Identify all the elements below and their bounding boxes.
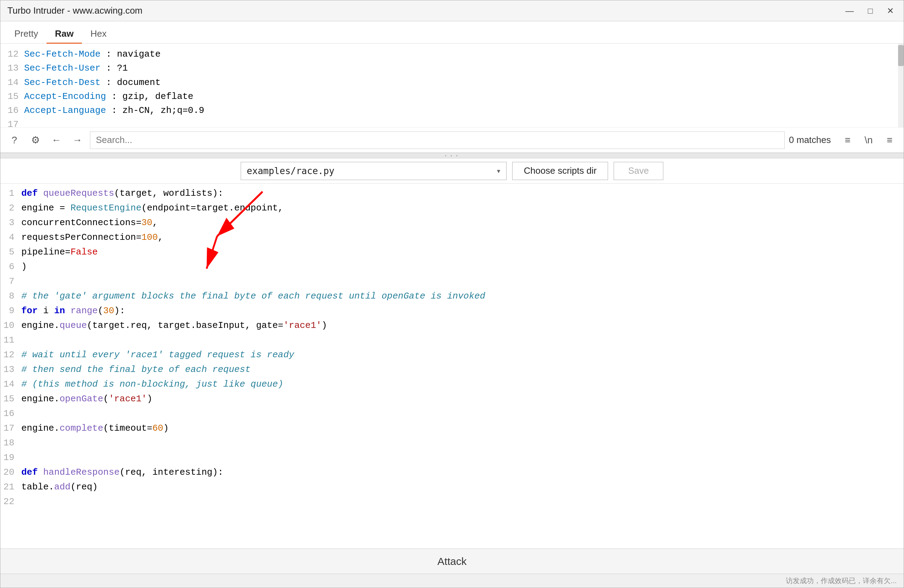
back-icon: ← (51, 135, 61, 146)
tab-hex[interactable]: Hex (82, 25, 115, 44)
code-line-21: 21 table.add(req) (0, 480, 904, 495)
matches-count: 0 matches (789, 135, 834, 145)
settings-button[interactable]: ⚙ (27, 132, 44, 148)
code-line-12: 12 # wait until every 'race1' tagged req… (0, 348, 904, 363)
script-dropdown-wrapper: examples/race.py (241, 162, 507, 180)
code-line-19: 19 (0, 451, 904, 465)
back-button[interactable]: ← (48, 132, 65, 148)
request-line-12: 12 Sec-Fetch-Mode : navigate (7, 47, 897, 61)
request-line-13: 13 Sec-Fetch-User : ?1 (7, 61, 897, 75)
code-line-20: 20 def handleResponse(req, interesting): (0, 465, 904, 480)
titlebar: Turbo Intruder - www.acwing.com — □ ✕ (0, 0, 904, 21)
code-line-13: 13 # then send the final byte of each re… (0, 363, 904, 377)
help-icon: ? (11, 135, 17, 146)
attack-bar: Attack (0, 549, 904, 574)
window-title: Turbo Intruder - www.acwing.com (7, 5, 142, 16)
search-bar: ? ⚙ ← → 0 matches ≡ \n ≡ (0, 128, 904, 153)
forward-button[interactable]: → (69, 132, 86, 148)
code-line-6: 6 ) (0, 260, 904, 274)
code-line-17: 17 engine.complete(timeout=60) (0, 421, 904, 436)
code-line-9: 9 for i in range(30): (0, 304, 904, 318)
request-line-15: 15 Accept-Encoding : gzip, deflate (7, 90, 897, 104)
code-line-16: 16 (0, 407, 904, 421)
lines-icon: ≡ (845, 135, 850, 146)
code-line-14: 14 # (this method is non-blocking, just … (0, 377, 904, 392)
choose-scripts-button[interactable]: Choose scripts dir (512, 162, 608, 180)
request-line-14: 14 Sec-Fetch-Dest : document (7, 76, 897, 90)
menu-button[interactable]: ≡ (881, 132, 898, 148)
titlebar-controls: — □ ✕ (843, 5, 897, 17)
request-line-17: 17 (7, 117, 897, 128)
code-line-3: 3 concurrentConnections=30, (0, 216, 904, 230)
status-bar: 访发成功，作成效码已，详余有欠... (0, 574, 904, 588)
minimize-button[interactable]: — (843, 5, 857, 17)
code-line-1: 1 def queueRequests(target, wordlists): (0, 186, 904, 201)
code-line-22: 22 (0, 495, 904, 509)
code-editor[interactable]: 1 def queueRequests(target, wordlists): … (0, 183, 904, 549)
request-scrollbar[interactable] (898, 44, 904, 127)
code-line-11: 11 (0, 333, 904, 348)
settings-icon: ⚙ (31, 134, 40, 146)
script-dropdown[interactable]: examples/race.py (241, 162, 507, 180)
menu-icon: ≡ (887, 135, 893, 146)
newline-icon: \n (864, 135, 872, 146)
status-text: 访发成功，作成效码已，详余有欠... (786, 576, 897, 586)
code-line-18: 18 (0, 436, 904, 451)
lines-icon-button[interactable]: ≡ (839, 132, 856, 148)
forward-icon: → (73, 135, 82, 146)
code-line-5: 5 pipeline=False (0, 245, 904, 260)
maximize-button[interactable]: □ (865, 5, 876, 17)
request-headers-area: 12 Sec-Fetch-Mode : navigate 13 Sec-Fetc… (0, 44, 904, 128)
save-button[interactable]: Save (614, 162, 663, 180)
search-input[interactable] (90, 131, 785, 149)
script-selector-bar: examples/race.py Choose scripts dir Save (0, 158, 904, 183)
code-line-2: 2 engine = RequestEngine(endpoint=target… (0, 201, 904, 216)
close-button[interactable]: ✕ (884, 5, 897, 17)
tabs-bar: Pretty Raw Hex (0, 21, 904, 44)
request-line-16: 16 Accept-Language : zh-CN, zh;q=0.9 (7, 104, 897, 117)
main-window: Turbo Intruder - www.acwing.com — □ ✕ Pr… (0, 0, 904, 588)
newline-button[interactable]: \n (860, 132, 877, 148)
tab-raw[interactable]: Raw (46, 25, 82, 44)
divider-handle[interactable]: ··· (0, 153, 904, 158)
code-line-8: 8 # the 'gate' argument blocks the final… (0, 289, 904, 304)
code-line-10: 10 engine.queue(target.req, target.baseI… (0, 318, 904, 333)
code-line-7: 7 (0, 274, 904, 289)
help-button[interactable]: ? (6, 132, 23, 148)
code-line-15: 15 engine.openGate('race1') (0, 392, 904, 407)
code-line-4: 4 requestsPerConnection=100, (0, 230, 904, 245)
attack-button[interactable]: Attack (437, 555, 466, 568)
tab-pretty[interactable]: Pretty (6, 25, 46, 44)
